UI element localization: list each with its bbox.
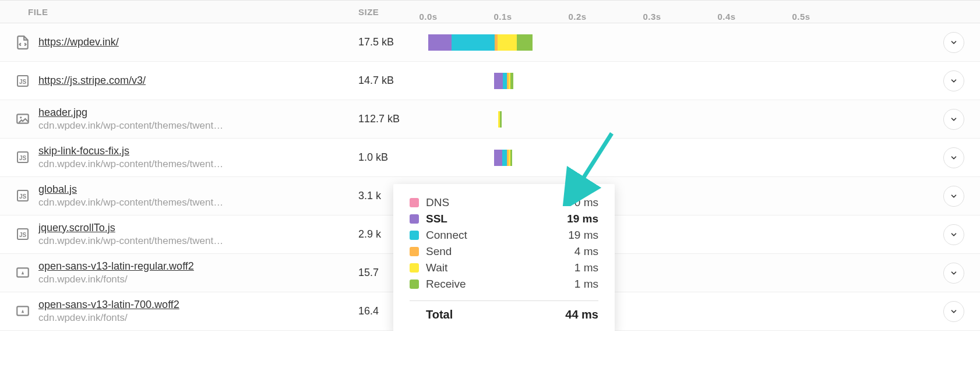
expand-button[interactable] — [943, 186, 964, 207]
file-cell: JSskip-link-focus-fix.jscdn.wpdev.ink/wp… — [0, 144, 358, 171]
file-name-link[interactable]: open-sans-v13-latin-700.woff2 — [38, 298, 179, 312]
svg-point-3 — [20, 117, 22, 119]
segment-connect — [503, 73, 507, 89]
file-subtext: cdn.wpdev.ink/wp-content/themes/twent… — [38, 119, 223, 133]
file-cell: JShttps://js.stripe.com/v3/ — [0, 73, 358, 89]
js-icon: JS — [15, 188, 30, 203]
expand-cell — [928, 301, 980, 322]
segment-receive — [510, 73, 513, 89]
table-row[interactable]: https://wpdev.ink/17.5 kB — [0, 23, 980, 62]
img-icon — [15, 111, 30, 126]
html-icon — [15, 35, 30, 50]
waterfall-bar[interactable] — [428, 34, 533, 51]
tooltip-row-dns: DNS0 ms — [410, 194, 598, 211]
file-name-link[interactable]: global.js — [38, 182, 223, 196]
js-icon: JS — [15, 227, 30, 242]
segment-connect — [502, 150, 507, 166]
tooltip-value: 0 ms — [574, 196, 598, 209]
tooltip-value: 4 ms — [574, 245, 598, 258]
tooltip-value: 1 ms — [574, 261, 598, 274]
header-file[interactable]: FILE — [0, 7, 358, 17]
font-icon — [15, 303, 30, 319]
file-name-link[interactable]: jquery.scrollTo.js — [38, 221, 223, 235]
tooltip-row-ssl: SSL19 ms — [410, 211, 598, 227]
js-icon: JS — [15, 150, 30, 165]
file-subtext: cdn.wpdev.ink/wp-content/themes/twent… — [38, 158, 223, 171]
file-subtext: cdn.wpdev.ink/wp-content/themes/twent… — [38, 235, 223, 248]
tooltip-value: 1 ms — [574, 278, 598, 291]
axis-tick: 0.4s — [717, 12, 735, 22]
expand-button[interactable] — [943, 301, 964, 322]
tooltip-total-value: 44 ms — [565, 308, 598, 321]
chevron-down-icon — [950, 269, 958, 277]
svg-text:JS: JS — [19, 79, 27, 85]
table-row[interactable]: header.jpgcdn.wpdev.ink/wp-content/theme… — [0, 100, 980, 139]
table-row[interactable]: JShttps://js.stripe.com/v3/14.7 kB — [0, 62, 980, 100]
font-icon — [15, 265, 30, 280]
expand-cell — [928, 109, 980, 130]
expand-button[interactable] — [943, 32, 964, 53]
size-cell: 17.5 kB — [358, 36, 428, 48]
tooltip-label: Receive — [426, 278, 574, 291]
chevron-down-icon — [950, 115, 958, 123]
tooltip-row-connect: Connect19 ms — [410, 227, 598, 243]
waterfall-bar[interactable] — [498, 111, 502, 128]
tooltip-total-label: Total — [426, 308, 565, 321]
axis-tick: 0.2s — [568, 12, 586, 22]
expand-cell — [928, 186, 980, 207]
tooltip-row-send: Send4 ms — [410, 243, 598, 260]
expand-button[interactable] — [943, 109, 964, 130]
file-cell: open-sans-v13-latin-700.woff2cdn.wpdev.i… — [0, 298, 358, 325]
file-name-link[interactable]: skip-link-focus-fix.js — [38, 144, 223, 158]
file-cell: JSglobal.jscdn.wpdev.ink/wp-content/them… — [0, 182, 358, 210]
file-subtext: cdn.wpdev.ink/wp-content/themes/twent… — [38, 196, 223, 210]
segment-ssl — [428, 34, 452, 51]
axis-tick: 0.1s — [493, 12, 512, 22]
chevron-down-icon — [950, 231, 958, 239]
header-size[interactable]: SIZE — [358, 7, 428, 17]
tooltip-row-wait: Wait1 ms — [410, 260, 598, 276]
file-cell: JSjquery.scrollTo.jscdn.wpdev.ink/wp-con… — [0, 221, 358, 248]
file-name-link[interactable]: https://js.stripe.com/v3/ — [38, 73, 146, 87]
expand-cell — [928, 224, 980, 245]
swatch-ssl — [410, 214, 419, 224]
tooltip-value: 19 ms — [568, 229, 598, 242]
segment-receive — [510, 150, 512, 166]
timing-tooltip: DNS0 msSSL19 msConnect19 msSend4 msWait1… — [393, 184, 615, 331]
svg-text:JS: JS — [19, 155, 27, 161]
waterfall-bar[interactable] — [494, 73, 513, 89]
expand-cell — [928, 147, 980, 168]
tooltip-value: 19 ms — [567, 213, 598, 225]
expand-cell — [928, 32, 980, 53]
table-row[interactable]: JSskip-link-focus-fix.jscdn.wpdev.ink/wp… — [0, 139, 980, 177]
file-name-link[interactable]: open-sans-v13-latin-regular.woff2 — [38, 259, 194, 273]
svg-marker-13 — [22, 310, 24, 313]
tooltip-label: Wait — [426, 261, 574, 274]
file-name-link[interactable]: header.jpg — [38, 105, 223, 119]
tooltip-label: Connect — [426, 229, 568, 242]
chevron-down-icon — [950, 38, 958, 47]
tooltip-total-row: Total 44 ms — [410, 306, 598, 321]
swatch-wait — [410, 263, 419, 273]
file-cell: open-sans-v13-latin-regular.woff2cdn.wpd… — [0, 259, 358, 286]
tooltip-label: DNS — [426, 196, 574, 209]
chevron-down-icon — [950, 154, 958, 162]
size-cell: 1.0 kB — [358, 151, 428, 164]
expand-button[interactable] — [943, 147, 964, 168]
expand-button[interactable] — [943, 263, 964, 284]
segment-connect — [452, 34, 495, 51]
svg-text:JS: JS — [19, 232, 27, 238]
expand-button[interactable] — [943, 224, 964, 245]
file-subtext: cdn.wpdev.ink/fonts/ — [38, 273, 194, 286]
file-name-link[interactable]: https://wpdev.ink/ — [38, 35, 119, 49]
expand-button[interactable] — [943, 70, 964, 91]
segment-receive — [517, 34, 533, 51]
axis-tick: 0.5s — [792, 12, 810, 22]
waterfall-bar[interactable] — [494, 150, 512, 166]
segment-wait — [498, 34, 517, 51]
expand-cell — [928, 263, 980, 284]
swatch-receive — [410, 280, 419, 289]
chevron-down-icon — [950, 307, 958, 316]
swatch-connect — [410, 231, 419, 240]
size-cell: 112.7 kB — [358, 113, 428, 125]
